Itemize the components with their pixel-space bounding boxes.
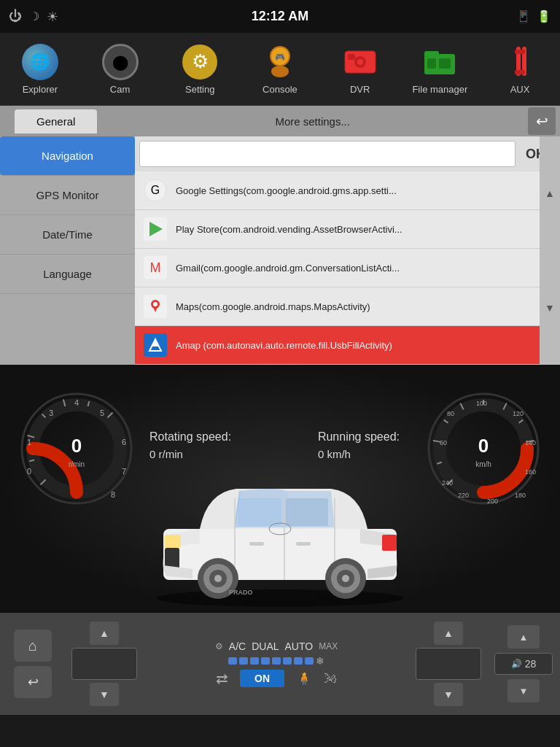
svg-text:200: 200 (487, 498, 498, 505)
nav-item-setting[interactable]: ⚙ Setting (167, 43, 233, 95)
svg-point-3 (271, 66, 289, 77)
app-label: Maps(com.google.android.maps.MapsActivit… (176, 301, 370, 312)
sidebar-item-language[interactable]: Language (0, 255, 135, 294)
settings-content: OK G Google Settings(com.google.android.… (135, 136, 560, 365)
dashboard: 1 0 3 4 5 6 7 8 0 r/min Rotating speed: … (0, 365, 560, 613)
transfer-icon[interactable]: ⇄ (216, 670, 228, 687)
scroll-down-arrow[interactable]: ▼ (540, 251, 560, 365)
svg-text:r/min: r/min (69, 460, 85, 468)
explorer-label: Explorer (23, 84, 58, 95)
back-button-bottom[interactable]: ↩ (14, 666, 52, 698)
on-indicator: ON (240, 670, 284, 687)
scroll-up-arrow[interactable]: ▲ (540, 136, 560, 251)
nav-item-aux[interactable]: AUX (487, 43, 553, 95)
home-icon: ⌂ (28, 638, 37, 654)
fan-icon: ⚙ (215, 641, 223, 651)
nav-item-cam[interactable]: ⬤ Cam (88, 43, 153, 95)
maps-icon (142, 293, 168, 320)
vol-down-button[interactable]: ▼ (508, 679, 540, 703)
person-icon[interactable]: 🧍 (296, 670, 312, 686)
svg-point-87 (214, 575, 222, 582)
svg-text:0: 0 (27, 467, 31, 476)
speed-gauge: 60 80 100 120 140 160 180 200 220 240 0 … (414, 379, 553, 518)
svg-point-7 (357, 59, 363, 65)
file-manager-label: File manager (412, 84, 467, 95)
dot-5 (272, 657, 281, 665)
ac-controls-row: ⚙ A/C DUAL AUTO MAX (215, 640, 338, 652)
nav-item-file-manager[interactable]: File manager (407, 43, 472, 95)
console-icon: 🎮 (261, 43, 299, 81)
svg-text:100: 100 (476, 400, 487, 407)
svg-rect-15 (515, 50, 525, 54)
svg-rect-80 (296, 542, 311, 546)
svg-text:140: 140 (525, 439, 536, 446)
svg-rect-74 (238, 498, 281, 526)
auto-label: AUTO (285, 640, 314, 652)
temp-display-left (71, 648, 137, 680)
svg-rect-82 (382, 535, 397, 551)
nav-item-console[interactable]: 🎮 Console (247, 43, 313, 95)
temp-up-left[interactable]: ▲ (90, 622, 119, 645)
dvr-icon (341, 43, 379, 81)
moon-icon: ☽ (29, 9, 39, 23)
progress-dots: ❄ (228, 655, 324, 667)
dot-6 (283, 657, 292, 665)
sidebar-item-date-time[interactable]: Date/Time (0, 215, 135, 255)
windshield-icon[interactable]: 🌬 (324, 671, 337, 686)
aux-icon (501, 43, 539, 81)
search-input[interactable] (139, 141, 516, 167)
svg-rect-16 (515, 70, 525, 74)
list-item[interactable]: Amap (com.autonavi.auto.remote.fill.UsbF… (135, 326, 560, 365)
fan-down-right[interactable]: ▼ (434, 683, 463, 706)
svg-rect-12 (439, 58, 451, 69)
cam-icon: ⬤ (101, 43, 139, 81)
svg-text:PRADO: PRADO (229, 589, 253, 596)
nav-item-dvr[interactable]: DVR (327, 43, 393, 95)
nav-item-explorer[interactable]: 🌐 Explorer (7, 43, 73, 95)
vol-up-button[interactable]: ▲ (508, 625, 540, 649)
tab-more-settings[interactable]: More settings... (97, 115, 528, 128)
svg-text:⚙: ⚙ (192, 50, 209, 72)
sim-icon: 📱 (516, 9, 531, 23)
sidebar-item-navigation[interactable]: Navigation (0, 136, 135, 176)
max-icon: MAX (319, 641, 338, 651)
svg-text:160: 160 (525, 468, 536, 476)
volume-icon: 🔊 (511, 659, 522, 669)
setting-label: Setting (185, 84, 214, 95)
temp-down-left[interactable]: ▼ (90, 683, 119, 706)
app-label: Play Store(com.android.vending.AssetBrow… (176, 224, 402, 235)
svg-text:M: M (150, 260, 161, 275)
list-item[interactable]: M Gmail(com.google.android.gm.Conversati… (135, 249, 560, 287)
google-icon: G (142, 177, 168, 204)
dual-label: DUAL (252, 640, 279, 652)
dvr-label: DVR (350, 84, 370, 95)
svg-text:60: 60 (440, 439, 447, 446)
rpm-gauge: 1 0 3 4 5 6 7 8 0 r/min (7, 379, 146, 518)
svg-text:0: 0 (478, 435, 489, 457)
fan-up-right[interactable]: ▲ (434, 622, 463, 645)
svg-text:80: 80 (447, 410, 454, 417)
settings-sidebar: Navigation GPS Monitor Date/Time Languag… (0, 136, 135, 365)
dot-2 (239, 657, 248, 665)
power-icon: ⏻ (9, 9, 22, 24)
sidebar-item-gps-monitor[interactable]: GPS Monitor (0, 176, 135, 215)
back-button[interactable]: ↩ (528, 107, 556, 135)
status-icons-right: 📱 🔋 (516, 9, 551, 23)
svg-text:G: G (151, 184, 160, 196)
app-list: G Google Settings(com.google.android.gms… (135, 171, 560, 365)
list-item[interactable]: G Google Settings(com.google.android.gms… (135, 171, 560, 210)
bottom-icons-row: ⇄ ON 🧍 🌬 (216, 670, 337, 687)
app-label: Amap (com.autonavi.auto.remote.fill.UsbF… (176, 340, 392, 351)
list-item[interactable]: Play Store(com.android.vending.AssetBrow… (135, 210, 560, 249)
gmail-icon: M (142, 255, 168, 281)
list-item[interactable]: Maps(com.google.android.maps.MapsActivit… (135, 287, 560, 326)
tab-general[interactable]: General (15, 109, 97, 133)
setting-icon: ⚙ (181, 43, 219, 81)
svg-text:6: 6 (122, 438, 126, 446)
aux-label: AUX (510, 84, 530, 95)
fan-speed-icon: ❄ (316, 655, 324, 667)
home-button[interactable]: ⌂ (14, 630, 52, 662)
center-controls: ⚙ A/C DUAL AUTO MAX ❄ ⇄ ON 🧍 🌬 (143, 640, 410, 687)
amap-icon (142, 332, 168, 358)
svg-point-91 (342, 575, 349, 582)
